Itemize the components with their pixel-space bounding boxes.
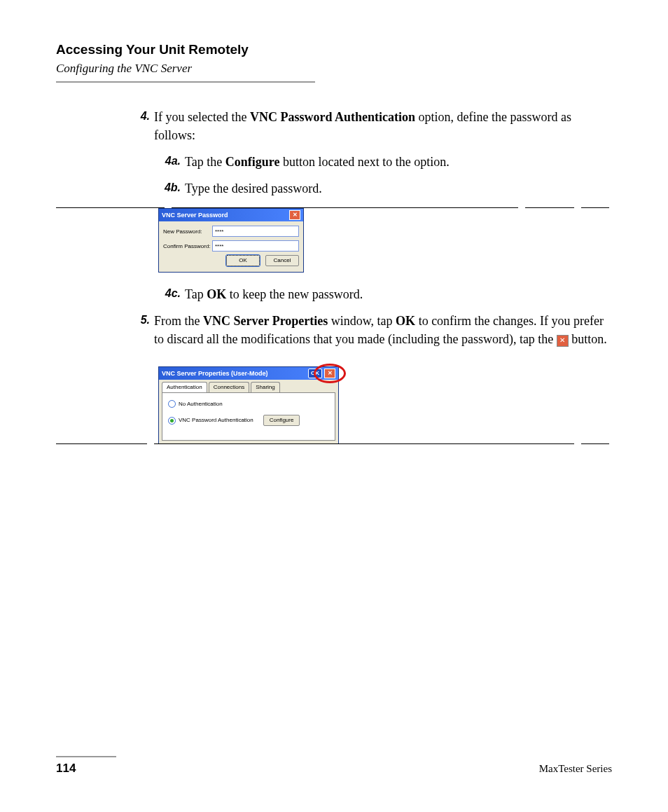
series-name: MaxTester Series xyxy=(539,763,612,775)
dialog-titlebar: VNC Server Properties (User-Mode) OK ✕ xyxy=(159,367,338,380)
figure-vnc-properties-window: VNC Server Properties (User-Mode) OK ✕ A… xyxy=(126,366,612,444)
step-text: Type the desired password. xyxy=(185,179,612,198)
tab-connections[interactable]: Connections xyxy=(209,382,249,392)
radio-icon xyxy=(168,417,176,425)
step-text: If you selected the VNC Password Authent… xyxy=(154,108,612,144)
step-number: 4. xyxy=(126,108,154,144)
new-password-input[interactable]: **** xyxy=(212,226,299,237)
radio-icon xyxy=(168,400,176,408)
dialog-titlebar: VNC Server Password ✕ xyxy=(159,209,303,221)
step-text: From the VNC Server Properties window, t… xyxy=(154,312,612,348)
page-number: 114 xyxy=(56,762,76,776)
step-4b: 4b. Type the desired password. xyxy=(150,179,612,198)
step-5: 5. From the VNC Server Properties window… xyxy=(126,312,612,348)
header-title: Accessing Your Unit Remotely xyxy=(56,42,612,57)
step-number: 4a. xyxy=(150,153,185,171)
configure-button[interactable]: Configure xyxy=(263,415,300,426)
vnc-properties-dialog: VNC Server Properties (User-Mode) OK ✕ A… xyxy=(158,366,339,444)
dialog-title: VNC Server Properties (User-Mode) xyxy=(162,369,268,378)
titlebar-ok-button[interactable]: OK xyxy=(308,369,322,378)
radio-no-authentication[interactable]: No Authentication xyxy=(168,400,329,408)
confirm-password-input[interactable]: **** xyxy=(212,240,299,252)
vnc-password-dialog: VNC Server Password ✕ New Password: ****… xyxy=(158,208,304,273)
confirm-password-label: Confirm Password: xyxy=(163,242,212,251)
step-text: Tap the Configure button located next to… xyxy=(185,153,612,171)
step-number: 4b. xyxy=(150,179,185,198)
step-4a: 4a. Tap the Configure button located nex… xyxy=(150,153,612,171)
dialog-title: VNC Server Password xyxy=(162,211,228,220)
radio-vnc-password-authentication[interactable]: VNC Password Authentication Configure xyxy=(168,415,329,426)
tab-strip: Authentication Connections Sharing xyxy=(159,380,338,392)
tab-panel-authentication: No Authentication VNC Password Authentic… xyxy=(162,392,335,441)
crop-rule-bottom xyxy=(56,443,609,444)
step-4c: 4c. Tap OK to keep the new password. xyxy=(150,285,612,303)
footer-rule xyxy=(56,756,116,757)
page-footer: 114 MaxTester Series xyxy=(56,756,612,776)
crop-rule-top xyxy=(56,207,609,208)
radio-label: VNC Password Authentication xyxy=(179,416,253,425)
step-number: 4c. xyxy=(150,285,185,303)
figure-vnc-password-dialog: VNC Server Password ✕ New Password: ****… xyxy=(126,207,612,273)
new-password-label: New Password: xyxy=(163,228,212,236)
ok-button[interactable]: OK xyxy=(226,255,260,266)
close-icon[interactable]: ✕ xyxy=(324,369,335,378)
tab-sharing[interactable]: Sharing xyxy=(251,382,280,392)
step-4: 4. If you selected the VNC Password Auth… xyxy=(126,108,612,144)
cancel-button[interactable]: Cancel xyxy=(265,255,299,266)
close-icon[interactable]: ✕ xyxy=(289,210,300,220)
close-icon: ✕ xyxy=(557,335,569,347)
page-header: Accessing Your Unit Remotely Configuring… xyxy=(56,42,612,83)
tab-authentication[interactable]: Authentication xyxy=(162,382,207,392)
header-rule xyxy=(56,81,315,83)
step-number: 5. xyxy=(126,312,154,348)
radio-label: No Authentication xyxy=(179,400,223,408)
header-subtitle: Configuring the VNC Server xyxy=(56,62,612,76)
step-text: Tap OK to keep the new password. xyxy=(185,285,612,303)
